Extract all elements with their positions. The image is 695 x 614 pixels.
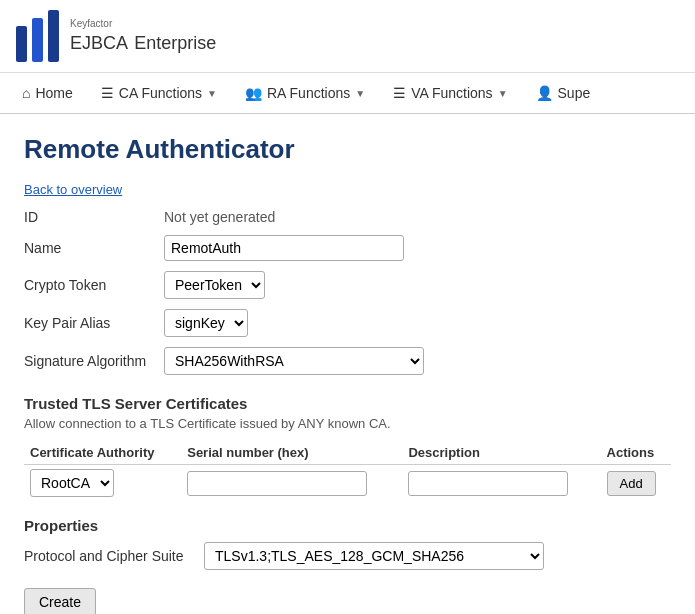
ca-select[interactable]: RootCA bbox=[30, 469, 114, 497]
logo-text-block: Keyfactor EJBCA Enterprise bbox=[70, 18, 216, 55]
ra-icon: 👥 bbox=[245, 85, 262, 101]
name-label: Name bbox=[24, 240, 164, 256]
navbar: ⌂ Home ☰ CA Functions ▼ 👥 RA Functions ▼… bbox=[0, 73, 695, 114]
ra-chevron-icon: ▼ bbox=[355, 88, 365, 99]
ca-icon: ☰ bbox=[101, 85, 114, 101]
tls-section-description: Allow connection to a TLS Certificate is… bbox=[24, 416, 671, 431]
nav-super[interactable]: 👤 Supe bbox=[522, 73, 605, 113]
crypto-token-label: Crypto Token bbox=[24, 277, 164, 293]
nav-ca-functions[interactable]: ☰ CA Functions ▼ bbox=[87, 73, 231, 113]
keyfactor-label: Keyfactor bbox=[70, 18, 216, 29]
serial-cell bbox=[181, 465, 402, 502]
va-chevron-icon: ▼ bbox=[498, 88, 508, 99]
protocol-row: Protocol and Cipher Suite TLSv1.3;TLS_AE… bbox=[24, 542, 671, 570]
actions-cell: Add bbox=[601, 465, 671, 502]
key-pair-alias-row: Key Pair Alias signKey bbox=[24, 309, 671, 337]
id-value: Not yet generated bbox=[164, 209, 275, 225]
svg-rect-0 bbox=[16, 26, 27, 62]
nav-home[interactable]: ⌂ Home bbox=[8, 73, 87, 113]
ca-cell: RootCA bbox=[24, 465, 181, 502]
ejbca-label: EJBCA Enterprise bbox=[70, 29, 216, 55]
tls-table-header-row: Certificate Authority Serial number (hex… bbox=[24, 441, 671, 465]
ca-chevron-icon: ▼ bbox=[207, 88, 217, 99]
nav-va-functions[interactable]: ☰ VA Functions ▼ bbox=[379, 73, 521, 113]
header: Keyfactor EJBCA Enterprise bbox=[0, 0, 695, 73]
signature-algorithm-select[interactable]: SHA256WithRSASHA384WithRSASHA512WithRSA bbox=[164, 347, 424, 375]
crypto-token-select[interactable]: PeerToken bbox=[164, 271, 265, 299]
col-ca-header: Certificate Authority bbox=[24, 441, 181, 465]
serial-input[interactable] bbox=[187, 471, 367, 496]
super-icon: 👤 bbox=[536, 85, 553, 101]
add-button[interactable]: Add bbox=[607, 471, 656, 496]
description-input[interactable] bbox=[408, 471, 568, 496]
tls-section-title: Trusted TLS Server Certificates bbox=[24, 395, 671, 412]
va-icon: ☰ bbox=[393, 85, 406, 101]
col-actions-header: Actions bbox=[601, 441, 671, 465]
id-label: ID bbox=[24, 209, 164, 225]
tls-table: Certificate Authority Serial number (hex… bbox=[24, 441, 671, 501]
crypto-token-row: Crypto Token PeerToken bbox=[24, 271, 671, 299]
page-title: Remote Authenticator bbox=[24, 134, 671, 165]
tls-section: Trusted TLS Server Certificates Allow co… bbox=[24, 395, 671, 501]
signature-algorithm-row: Signature Algorithm SHA256WithRSASHA384W… bbox=[24, 347, 671, 375]
col-description-header: Description bbox=[402, 441, 600, 465]
protocol-select[interactable]: TLSv1.3;TLS_AES_128_GCM_SHA256TLSv1.2;TL… bbox=[204, 542, 544, 570]
name-input[interactable] bbox=[164, 235, 404, 261]
key-pair-alias-label: Key Pair Alias bbox=[24, 315, 164, 331]
svg-rect-1 bbox=[32, 18, 43, 62]
main-form: ID Not yet generated Name Crypto Token P… bbox=[24, 209, 671, 375]
col-serial-header: Serial number (hex) bbox=[181, 441, 402, 465]
signature-algorithm-label: Signature Algorithm bbox=[24, 353, 164, 369]
logo: Keyfactor EJBCA Enterprise bbox=[16, 10, 216, 62]
logo-icon bbox=[16, 10, 60, 62]
nav-ra-functions[interactable]: 👥 RA Functions ▼ bbox=[231, 73, 379, 113]
svg-rect-2 bbox=[48, 10, 59, 62]
create-button[interactable]: Create bbox=[24, 588, 96, 614]
properties-section: Properties Protocol and Cipher Suite TLS… bbox=[24, 517, 671, 570]
description-cell bbox=[402, 465, 600, 502]
home-icon: ⌂ bbox=[22, 85, 30, 101]
properties-title: Properties bbox=[24, 517, 671, 534]
name-row: Name bbox=[24, 235, 671, 261]
back-to-overview-link[interactable]: Back to overview bbox=[24, 182, 122, 197]
key-pair-alias-select[interactable]: signKey bbox=[164, 309, 248, 337]
main-content: Remote Authenticator Back to overview ID… bbox=[0, 114, 695, 614]
id-row: ID Not yet generated bbox=[24, 209, 671, 225]
protocol-label: Protocol and Cipher Suite bbox=[24, 548, 204, 564]
tls-table-row: RootCA Add bbox=[24, 465, 671, 502]
footer-actions: Create bbox=[24, 588, 671, 614]
